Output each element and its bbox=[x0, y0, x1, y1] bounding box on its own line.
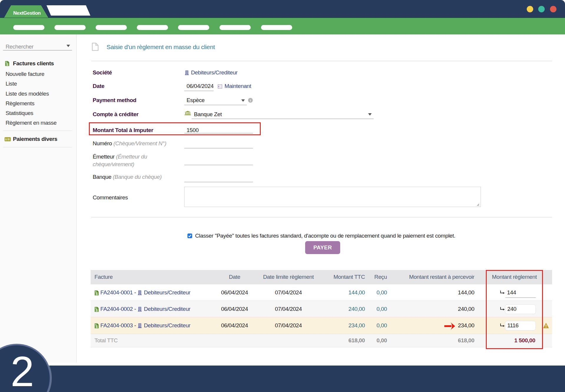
svg-text:$: $ bbox=[96, 325, 98, 328]
svg-text:$: $ bbox=[6, 63, 8, 66]
svg-text:$: $ bbox=[96, 292, 98, 296]
svg-text:$: $ bbox=[5, 138, 7, 141]
svg-text:$: $ bbox=[96, 308, 98, 312]
